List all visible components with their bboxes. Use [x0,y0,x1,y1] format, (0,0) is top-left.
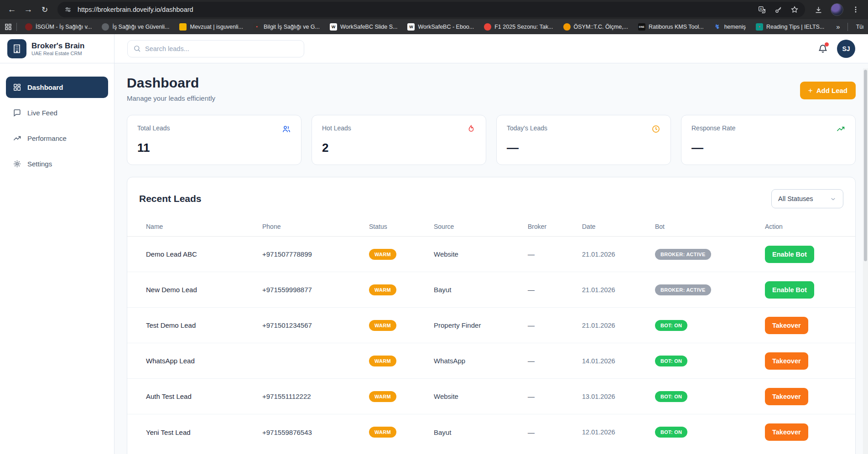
page-scrollbar[interactable] [863,68,868,454]
browser-profile-avatar[interactable] [831,3,843,16]
bookmark-item[interactable]: ↯ hemeniş [710,21,749,32]
bookmark-item[interactable]: • Reading Tips | IELTS... [752,21,828,32]
notification-dot [825,42,829,46]
table-row: Test Demo Lead +971501234567 WARM Proper… [127,308,855,343]
table-row: Yeni Test Lead +971559876543 WARM Bayut … [127,414,855,450]
lead-broker: — [528,357,582,365]
bookmark-item[interactable]: İSGÜM - İş Sağlığı v... [21,21,95,32]
bookmark-favicon [179,23,187,31]
users-icon [282,124,291,134]
status-filter-select[interactable]: All Statuses [771,189,843,208]
stat-card-todays-leads: Today's Leads — [496,115,671,165]
sidebar-item-label: Dashboard [27,83,63,91]
takeover-button[interactable]: Takeover [765,317,808,334]
table-row: New Demo Lead +971559998877 WARM Bayut —… [127,272,855,308]
takeover-button[interactable]: Takeover [765,423,808,441]
sidebar-nav: Dashboard Live Feed Performance [0,63,114,188]
lead-source: WhatsApp [434,357,528,365]
sidebar-item-live-feed[interactable]: Live Feed [6,102,108,124]
section-title: Recent Leads [139,193,202,204]
lead-broker: — [528,321,582,329]
app-window: Broker's Brain UAE Real Estate CRM Dashb… [0,34,868,454]
lead-phone: +971507778899 [262,250,369,258]
search-box[interactable] [127,40,304,57]
bookmarks-bar: İSGÜM - İş Sağlığı v... İş Sağlığı ve Gü… [0,19,868,34]
lead-broker: — [528,250,582,258]
bookmark-item[interactable]: ONE Ratiborus KMS Tool... [634,21,707,32]
status-badge: WARM [369,427,396,438]
lead-broker: — [528,428,582,436]
table-row: WhatsApp Lead WARM WhatsApp — 14.01.2026… [127,343,855,379]
bookmark-favicon [563,23,571,31]
sidebar-item-label: Settings [27,160,52,168]
divider [847,23,848,31]
takeover-button[interactable]: Takeover [765,388,808,405]
app-logo-row: Broker's Brain UAE Real Estate CRM [0,34,114,63]
translate-icon[interactable]: A [757,5,767,15]
stat-value: — [691,141,845,155]
add-lead-button[interactable]: + Add Lead [800,82,856,99]
sidebar-item-label: Performance [27,134,67,142]
bookmark-item[interactable]: F1 2025 Sezonu: Tak... [480,21,556,32]
bookmark-item[interactable]: Mevzuat | isguvenli... [176,21,247,32]
enable-bot-button[interactable]: Enable Bot [765,246,814,263]
bookmark-item[interactable]: ÖSYM::T.C. Ölçme,... [560,21,632,32]
lead-date: 14.01.2026 [582,357,655,365]
lead-broker: — [528,392,582,400]
forward-icon[interactable]: → [21,2,36,17]
site-info-icon[interactable] [63,5,73,15]
bot-status-badge: BROKER: ACTIVE [655,249,711,260]
plus-icon: + [808,87,813,94]
stat-value: 2 [322,141,476,155]
menu-kebab-icon[interactable] [851,5,861,15]
bookmark-favicon: W [330,23,337,31]
lead-date: 21.01.2026 [582,286,655,294]
bookmark-favicon: • [253,23,260,31]
lead-broker: — [528,286,582,294]
trending-up-icon [836,124,845,134]
app-topbar: SJ [114,34,868,63]
bookmark-favicon: W [407,23,415,31]
lead-source: Bayut [434,286,528,294]
reload-icon[interactable]: ↻ [37,2,52,17]
sidebar-item-settings[interactable]: Settings [6,153,108,175]
lead-phone: +971559876543 [262,428,369,436]
url-text: https://brokerbrain.doveify.io/dashboard [78,6,752,13]
lead-date: 12.01.2026 [582,428,655,436]
stat-card-response-rate: Response Rate — [681,115,856,165]
search-input[interactable] [145,45,298,52]
bookmark-item[interactable]: W WorkSafeBC - Eboo... [404,21,478,32]
bookmark-item[interactable]: • Bilgit İş Sağlığı ve G... [249,21,323,32]
lead-name: Auth Test Lead [146,392,262,400]
bookmark-star-icon[interactable] [790,5,800,15]
password-key-icon[interactable] [773,5,783,15]
browser-toolbar: ← → ↻ https://brokerbrain.doveify.io/das… [0,0,868,19]
bookmarks-overflow-icon[interactable]: » [833,23,842,31]
app-name: Broker's Brain [31,41,84,51]
stat-card-total-leads: Total Leads 11 [127,115,301,165]
svg-text:A: A [760,7,762,10]
apps-grid-icon[interactable] [5,22,12,32]
bookmark-favicon [102,23,109,31]
address-bar[interactable]: https://brokerbrain.doveify.io/dashboard… [57,2,805,17]
enable-bot-button[interactable]: Enable Bot [765,281,814,299]
bookmark-item[interactable]: W WorkSafeBC Slide S... [326,21,401,32]
bookmark-favicon [484,23,491,31]
all-bookmarks-button[interactable]: Tüm Yer İşaretleri [852,23,863,31]
sidebar-item-performance[interactable]: Performance [6,128,108,149]
main-content: Dashboard Manage your leads efficiently … [114,63,868,454]
notification-bell-icon[interactable] [817,43,829,55]
lead-source: Website [434,392,528,400]
chevron-down-icon [830,196,837,202]
download-icon[interactable] [813,5,823,15]
lead-name: Demo Lead ABC [146,250,262,258]
scrollbar-thumb[interactable] [864,70,867,261]
flame-icon [467,124,476,134]
bookmark-item[interactable]: İş Sağlığı ve Güvenli... [98,21,173,32]
back-icon[interactable]: ← [5,2,19,17]
sidebar-item-dashboard[interactable]: Dashboard [6,77,108,98]
lead-name: WhatsApp Lead [146,357,262,365]
user-avatar[interactable]: SJ [837,40,855,58]
takeover-button[interactable]: Takeover [765,352,808,370]
lead-source: Property Finder [434,321,528,329]
